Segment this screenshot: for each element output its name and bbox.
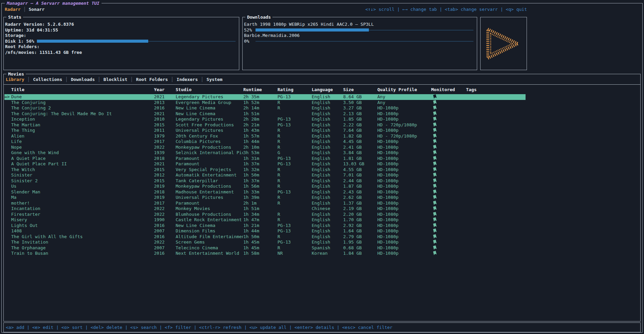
table-row[interactable]: Gone with the Wind1939Selznick Internati… — [4, 150, 526, 156]
cell-studio: Columbia Pictures — [176, 139, 243, 145]
table-row[interactable]: Misery1990Castle Rock Entertainment1h 47… — [4, 217, 526, 223]
cell-year: 2021 — [154, 94, 176, 100]
monitored-icon — [431, 105, 466, 111]
root-folders-label: Root Folders: — [5, 44, 236, 50]
table-row[interactable]: Nope2022Monkeypaw Productions2h 10mREngl… — [4, 145, 526, 150]
cell-language: English — [312, 189, 343, 195]
table-row[interactable]: The Witch2015Very Special Projects1h 32m… — [4, 167, 526, 173]
table-row[interactable]: The Invitation2022Screen Gems1h 45mPG-13… — [4, 239, 526, 245]
downloads-panel-title: Downloads — [245, 14, 272, 20]
cell-title: Misery — [11, 217, 154, 223]
cell-runtime: 1h 37m — [243, 161, 277, 167]
cell-quality-profile: HD-1080p — [377, 161, 431, 167]
tab-root-folders[interactable]: Root Folders — [136, 77, 168, 82]
table-row[interactable]: 14082007Dimension Films1h 44mPG-13Englis… — [4, 228, 526, 234]
table-row[interactable]: Us2019Monkeypaw Productions1h 56mREnglis… — [4, 184, 526, 189]
tab-downloads[interactable]: Downloads — [71, 77, 95, 82]
monitored-icon — [431, 184, 466, 189]
cell-language: English — [312, 156, 343, 162]
tab-collections[interactable]: Collections — [33, 77, 62, 82]
table-row[interactable]: The Thing2011Universal Pictures1h 43mREn… — [4, 128, 526, 133]
servarr-tab-radarr[interactable]: Radarr — [5, 7, 21, 12]
cell-runtime: 1h 50m — [243, 234, 277, 240]
tab-system[interactable]: System — [206, 77, 222, 82]
cell-rating: PG-13 — [277, 161, 312, 167]
cell-runtime: 1h 47m — [243, 217, 277, 223]
cell-language: English — [312, 223, 343, 229]
tab-library[interactable]: Library — [6, 77, 24, 82]
cell-studio: New Line Cinema — [176, 105, 243, 111]
cell-quality-profile: HD-1080p — [377, 139, 431, 145]
servarr-tab-sonarr[interactable]: Sonarr — [29, 7, 45, 12]
cell-studio: Paramount — [176, 201, 243, 206]
table-row[interactable]: =>Dune2021Legendary Pictures2h 35mPG-13E… — [4, 94, 526, 100]
cell-runtime: 2h 14m — [243, 105, 277, 111]
cell-rating: PG-13 — [277, 189, 312, 195]
table-row[interactable]: Ma2019Universal Pictures1h 39mREnglish2.… — [4, 195, 526, 201]
table-row[interactable]: Sinister 22015Tank Caterpillar1h 37mREng… — [4, 178, 526, 184]
cell-quality-profile: HD-1080p — [377, 251, 431, 256]
table-row[interactable]: Life2017Columbia Pictures1h 44mREnglish4… — [4, 139, 526, 145]
logo-panel — [480, 17, 527, 70]
cell-year: 2013 — [154, 100, 176, 106]
top-help-text: <↑↓> scroll | ←→ change tab | <tab> chan… — [365, 6, 527, 12]
table-row[interactable]: A Quiet Place2018Paramount1h 31mPG-13Eng… — [4, 156, 526, 162]
cell-rating: NR — [277, 251, 312, 256]
cell-year: 2022 — [154, 145, 176, 150]
table-row[interactable]: Sinister2012Automatik Entertainment1h 50… — [4, 172, 526, 178]
cell-year: 2012 — [154, 172, 176, 178]
cell-rating: R — [277, 245, 312, 251]
cell-title: Firestarter — [11, 212, 154, 217]
cell-runtime: 1h 31m — [243, 156, 277, 162]
table-row[interactable]: Slender Man2018Madhouse Entertainment1h … — [4, 189, 526, 195]
download-item-name: Barbie.Mermaidia.2006 — [244, 33, 473, 39]
cell-studio: Monkeypaw Productions — [176, 145, 243, 150]
cell-size: 1.37 GB — [343, 201, 377, 206]
cell-language: English — [312, 133, 343, 139]
table-row[interactable]: Inception2010Legendary Pictures2h 28mPG-… — [4, 117, 526, 122]
table-row[interactable]: Lights Out2016New Line Cinema1h 21mPG-13… — [4, 223, 526, 229]
table-row[interactable]: Incantation2022Monkey Movies1h 51mChines… — [4, 206, 526, 212]
cell-size: 1.87 GB — [343, 184, 377, 189]
column-header-title: Title — [11, 87, 154, 93]
cell-runtime: 2h 10m — [243, 145, 277, 150]
monitored-icon — [431, 150, 466, 156]
table-row[interactable]: The Orphanage2007Telecinco Cinema1h 45mR… — [4, 245, 526, 251]
download-progress-gauge — [256, 28, 473, 32]
table-row[interactable]: A Quiet Place Part II2021Paramount1h 37m… — [4, 161, 526, 167]
cell-size: 13.03 GB — [343, 161, 377, 167]
cell-size: 1.95 GB — [343, 239, 377, 245]
cell-studio: Paramount — [176, 161, 243, 167]
cell-rating: R — [277, 184, 312, 189]
cell-title: Dune — [11, 94, 154, 100]
tab-indexers[interactable]: Indexers — [177, 77, 198, 82]
cell-language: English — [312, 94, 343, 100]
monitored-icon — [431, 212, 466, 217]
cell-year: 2015 — [154, 122, 176, 128]
cell-rating: R — [277, 195, 312, 201]
monitored-icon — [431, 251, 466, 256]
cell-language: English — [312, 128, 343, 133]
disk-usage-gauge-fill — [37, 40, 148, 43]
table-row[interactable]: Firestarter2022Blumhouse Productions1h 3… — [4, 212, 526, 217]
table-row[interactable]: The Conjuring2013Evergreen Media Group1h… — [4, 100, 526, 106]
monitored-icon — [431, 195, 466, 201]
cell-quality-profile: HD-1080p — [377, 245, 431, 251]
monitored-icon — [431, 128, 466, 133]
table-row[interactable]: The Conjuring 22016New Line Cinema2h 14m… — [4, 105, 526, 111]
cell-runtime: 1h 44m — [243, 228, 277, 234]
footer-help-text: <a> add | <e> edit | <o> sort | <del> de… — [6, 325, 393, 330]
cell-rating: R — [277, 139, 312, 145]
table-row[interactable]: The Girl with All the Gifts2016Altitude … — [4, 234, 526, 240]
tab-blocklist[interactable]: Blocklist — [104, 77, 127, 82]
monitored-icon — [431, 234, 466, 240]
movies-table-header: TitleYearStudioRuntimeRatingLanguageSize… — [4, 87, 526, 93]
monitored-icon — [431, 100, 466, 106]
table-row[interactable]: Train to Busan2016Next Entertainment Wor… — [4, 251, 526, 256]
table-row[interactable]: The Conjuring: The Devil Made Me Do It20… — [4, 111, 526, 117]
table-row[interactable]: The Martian2015Scott Free Productions2h … — [4, 122, 526, 128]
table-row[interactable]: Alien197920th Century Fox1h 57mREnglish1… — [4, 133, 526, 139]
cell-language: English — [312, 167, 343, 173]
table-row[interactable]: mother!2017Paramount2h 1mREnglish1.37 GB… — [4, 201, 526, 206]
cell-year: 1990 — [154, 217, 176, 223]
